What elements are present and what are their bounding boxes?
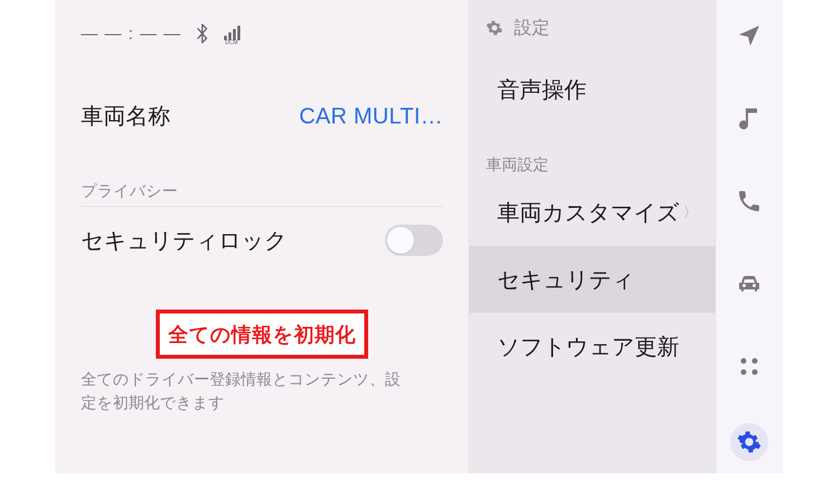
menu-item-voice[interactable]: 音声操作 <box>469 56 715 123</box>
security-lock-toggle[interactable] <box>385 225 443 256</box>
security-lock-row[interactable]: セキュリティロック <box>55 225 469 256</box>
chevron-right-icon: 〉 <box>683 202 698 223</box>
svg-rect-3 <box>237 26 240 40</box>
divider <box>81 206 443 207</box>
menu-item-label: ソフトウェア更新 <box>497 331 679 362</box>
svg-point-8 <box>752 369 758 375</box>
settings-header: 設定 <box>469 0 715 56</box>
svg-rect-2 <box>233 29 236 40</box>
music-note-icon[interactable] <box>736 105 763 134</box>
svg-point-6 <box>752 358 758 364</box>
detail-pane: — — : — — DCM 車両名称 CAR MULTI… プライバシー <box>55 0 469 473</box>
menu-item-security[interactable]: セキュリティ <box>469 246 715 313</box>
phone-icon[interactable] <box>736 188 763 217</box>
gear-icon <box>486 20 503 36</box>
status-bar: — — : — — DCM <box>55 0 469 50</box>
reset-all-button[interactable]: 全ての情報を初期化 <box>156 310 368 359</box>
vehicle-name-value: CAR MULTI… <box>299 103 443 129</box>
menu-item-label: 車両カスタマイズ <box>497 197 679 228</box>
menu-item-label: セキュリティ <box>497 264 635 295</box>
bluetooth-icon <box>195 22 210 45</box>
svg-text:DCM: DCM <box>225 39 238 45</box>
apps-grid-icon[interactable] <box>736 353 763 382</box>
car-icon[interactable] <box>736 270 763 299</box>
settings-title: 設定 <box>514 16 550 40</box>
dcm-signal-icon: DCM <box>223 22 245 45</box>
navigation-arrow-icon[interactable] <box>736 22 763 51</box>
svg-point-5 <box>741 358 746 364</box>
menu-item-software-update[interactable]: ソフトウェア更新 <box>469 313 715 380</box>
toggle-knob <box>387 227 414 254</box>
menu-item-label: 音声操作 <box>497 74 587 105</box>
menu-item-customize[interactable]: 車両カスタマイズ 〉 <box>469 179 715 246</box>
settings-gear-icon[interactable] <box>730 423 768 461</box>
nav-rail <box>716 0 783 473</box>
privacy-section-label: プライバシー <box>81 180 443 202</box>
reset-description: 全てのドライバー登録情報とコンテンツ、設定を初期化できます <box>81 368 402 415</box>
vehicle-name-row[interactable]: 車両名称 CAR MULTI… <box>55 101 469 131</box>
settings-menu-pane: 設定 音声操作 車両設定 車両カスタマイズ 〉 セキュリティ ソフトウェア更新 <box>469 0 716 473</box>
svg-point-7 <box>741 369 746 375</box>
clock: — — : — — <box>81 24 182 43</box>
security-lock-label: セキュリティロック <box>81 225 287 256</box>
vehicle-name-label: 車両名称 <box>81 101 170 131</box>
vehicle-settings-section-label: 車両設定 <box>469 123 715 179</box>
